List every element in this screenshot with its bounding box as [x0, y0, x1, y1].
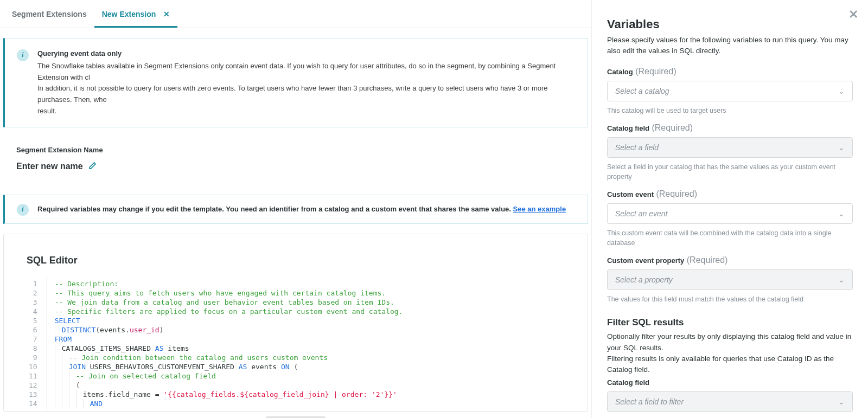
tabs-bar: Segment Extensions New Extension ✕ — [0, 0, 591, 28]
filter-desc: Optionally filter your results by only d… — [607, 331, 853, 375]
chevron-down-icon: ⌄ — [838, 209, 845, 218]
close-panel-icon[interactable]: ✕ — [848, 8, 858, 22]
field-label: Catalog field — [607, 124, 649, 132]
banner-content: Required variables may change if you edi… — [37, 205, 566, 213]
chevron-down-icon: ⌄ — [838, 87, 845, 95]
see-example-link[interactable]: See an example — [513, 205, 566, 213]
select-placeholder: Select a field — [615, 143, 659, 152]
banner-line: In addition, it is not possible to query… — [37, 83, 576, 106]
variables-panel: ✕ Variables Please specify values for th… — [591, 0, 868, 418]
field-custom-event: Custom event (Required) Select an event … — [607, 189, 853, 248]
required-tag: (Required) — [687, 255, 728, 265]
variables-desc: Please specify values for the following … — [607, 35, 853, 57]
info-banner-required-vars: i Required variables may change if you e… — [3, 195, 588, 224]
select-placeholder: Select an event — [615, 209, 668, 218]
field-helper: Select a field in your catalog that has … — [607, 162, 853, 182]
select-placeholder: Select a catalog — [615, 87, 669, 95]
edit-icon[interactable] — [88, 162, 97, 172]
filter-title: Filter SQL results — [607, 317, 853, 328]
field-catalog: Catalog (Required) Select a catalog ⌄ Th… — [607, 67, 853, 115]
field-label: Catalog — [607, 68, 633, 76]
info-icon: i — [17, 49, 29, 61]
required-tag: (Required) — [656, 189, 697, 198]
sql-editor-card: SQL Editor 1 2 3 4 5 6 7 8 9 10 11 12 13… — [3, 234, 588, 412]
chevron-down-icon: ⌄ — [838, 275, 845, 284]
select-placeholder: Select a field to filter — [615, 397, 684, 406]
line-gutter: 1 2 3 4 5 6 7 8 9 10 11 12 13 14 — [27, 276, 47, 411]
extension-name-label: Segment Extension Name — [3, 133, 588, 157]
field-filter-catalog-field: Catalog field Select a field to filter ⌄ — [607, 377, 853, 412]
banner-line: The Snowflake tables available in Segmen… — [37, 61, 576, 83]
required-tag: (Required) — [652, 123, 693, 132]
banner-text: Required variables may change if you edi… — [37, 205, 513, 213]
field-label: Catalog field — [607, 378, 649, 387]
content-area: i Querying event data only The Snowflake… — [0, 38, 591, 418]
field-helper: This catalog will be used to target user… — [607, 106, 853, 115]
tab-label: Segment Extensions — [12, 10, 87, 18]
variables-title: Variables — [607, 17, 853, 31]
chevron-down-icon: ⌄ — [838, 397, 845, 406]
filter-catalog-field-select[interactable]: Select a field to filter ⌄ — [607, 391, 853, 412]
info-banner-query-data: i Querying event data only The Snowflake… — [3, 38, 588, 127]
main-content: Segment Extensions New Extension ✕ i Que… — [0, 0, 591, 418]
banner-text: Querying event data only The Snowflake t… — [37, 48, 576, 117]
required-tag: (Required) — [635, 67, 676, 76]
banner-title: Querying event data only — [37, 48, 576, 60]
catalog-select[interactable]: Select a catalog ⌄ — [607, 81, 853, 101]
sql-editor-title: SQL Editor — [4, 234, 588, 276]
catalog-field-select[interactable]: Select a field ⌄ — [607, 137, 853, 158]
custom-event-property-select[interactable]: Select a property ⌄ — [607, 269, 853, 290]
field-catalog-field: Catalog field (Required) Select a field … — [607, 123, 853, 182]
tab-new-extension[interactable]: New Extension ✕ — [94, 0, 178, 28]
custom-event-select[interactable]: Select an event ⌄ — [607, 203, 853, 224]
field-helper: The values for this field must match the… — [607, 294, 853, 304]
sql-editor[interactable]: 1 2 3 4 5 6 7 8 9 10 11 12 13 14 -- Desc… — [4, 276, 588, 411]
tab-label: New Extension — [102, 10, 156, 18]
select-placeholder: Select a property — [615, 275, 673, 284]
info-icon: i — [17, 204, 29, 216]
field-label: Custom event property — [607, 256, 684, 265]
field-custom-event-property: Custom event property (Required) Select … — [607, 255, 853, 304]
extension-name-input[interactable]: Enter new name — [3, 157, 588, 174]
field-label: Custom event — [607, 190, 654, 198]
code-content[interactable]: -- Description: -- This query aims to fe… — [47, 276, 403, 411]
name-placeholder: Enter new name — [16, 162, 83, 171]
drag-handle[interactable] — [3, 412, 588, 418]
close-icon[interactable]: ✕ — [163, 10, 170, 18]
banner-line: result. — [37, 106, 576, 117]
chevron-down-icon: ⌄ — [838, 143, 845, 152]
field-helper: This custom event data will be combined … — [607, 228, 853, 248]
tab-segment-extensions[interactable]: Segment Extensions — [4, 0, 94, 28]
